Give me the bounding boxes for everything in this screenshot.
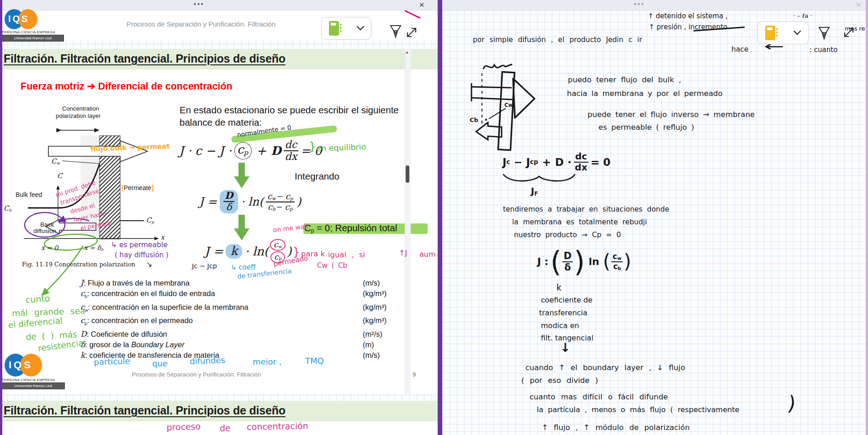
flow-bar-top — [471, 87, 512, 88]
left-block-arrow — [476, 122, 502, 140]
definition-unit: (m/s) — [363, 278, 380, 288]
notebook-switcher-button[interactable] — [757, 21, 809, 44]
left-edge-border — [0, 0, 2, 435]
scrollbar-track[interactable] — [405, 49, 411, 394]
definition-unit: (m) — [363, 340, 374, 350]
iqs-tagline: PERSONA CIÈNCIA EMPRESA — [2, 378, 55, 382]
chevron-down-icon[interactable] — [357, 26, 364, 31]
cb-pointer-line — [489, 108, 506, 119]
expand-icon[interactable] — [843, 27, 855, 38]
diagram-label-x: x — [161, 233, 164, 241]
equation-mass-balance: J · c − J · cp + D dcdx = 0 — [179, 139, 322, 162]
scrollbar-thumb[interactable] — [406, 165, 409, 183]
integrando-label: Integrando — [295, 170, 339, 182]
window-menu-dots[interactable]: ••• — [194, 0, 205, 8]
definition-row: cw: concentración en la superficie de la… — [80, 302, 441, 315]
sketch-label-cb: Cb — [470, 117, 478, 123]
slide-title-next: Filtración. Filtración tangencial. Princ… — [0, 401, 438, 417]
pen-nib-icon[interactable] — [389, 24, 402, 38]
right-titlebar: ••• ✕ — [442, 0, 866, 11]
definition-row: cp: concentración en el permeado(kg/m³) — [80, 315, 441, 329]
definition-unit: (kg/m³) — [363, 302, 386, 313]
diagram-label-c: C — [57, 172, 62, 180]
red-heading: Fuerza motriz ➔ Diferencial de concentra… — [21, 80, 233, 92]
diagram-label-diffusion: diffusion — [33, 228, 56, 234]
green-down-arrow-2 — [234, 215, 249, 240]
slide-page-number: 9 — [413, 371, 416, 378]
variable-definitions-list: J: Flujo a través de la membrana(m/s)cb:… — [80, 278, 441, 361]
definition-unit: (kg/m³) — [363, 288, 386, 299]
green-swoop-arrow — [42, 246, 83, 295]
diagram-label-x0: x = 0 — [41, 244, 58, 251]
definition-row: cb: concentración en el fluido de entrad… — [80, 288, 441, 302]
diagram-label-cp: Cp — [146, 216, 154, 224]
slide-banner: Filtración. Filtración tangencial. Princ… — [0, 49, 438, 69]
diagram-label-cpl2: polarization layer — [56, 112, 101, 119]
left-panel: ••• ✕ IQS PERSONA CIÈNCIA EMPRESA Univer… — [0, 0, 438, 435]
close-icon[interactable]: ✕ — [419, 1, 425, 9]
diagram-label-back: Back — [40, 221, 54, 228]
definition-row: D: Coeficiente de difusión(m²/s) — [80, 329, 441, 340]
close-icon[interactable]: ✕ — [856, 1, 862, 9]
figure-caption: Fig. 11.19 Concentration polarization — [22, 261, 135, 268]
iqs-university-box: Universitat Ramon Llull — [2, 35, 64, 42]
panel-divider[interactable] — [438, 0, 442, 435]
definition-unit: (kg/m³) — [363, 315, 386, 326]
scrollbar-up-arrow[interactable]: ▲ — [405, 50, 410, 55]
chevron-down-icon[interactable] — [794, 31, 801, 35]
definition-row: δ: grosor de la Boundary Layer(m) — [80, 340, 441, 350]
slide-title: Filtración. Filtración tangencial. Princ… — [0, 49, 438, 65]
equation-flux-ln: J = Dδ · ln( cw− cpcb− cp ) — [199, 190, 301, 213]
membrane-sketch — [466, 59, 576, 151]
notebook-switcher-button[interactable] — [321, 17, 371, 40]
window-menu-dots[interactable]: ••• — [634, 0, 645, 8]
equation-flux-k: J = k · ln( cw cb ) — [205, 239, 291, 263]
hand-equation-mass-balance: Jc − Jcp + D · dcdx = 0 — [503, 152, 610, 172]
definition-row: J: Flujo a través de la membrana(m/s) — [80, 278, 441, 288]
definition-unit: (m²/s) — [363, 329, 382, 340]
green-down-arrow-1 — [234, 163, 249, 188]
sketch-label-cw: Cw — [504, 102, 513, 108]
squiggle — [483, 64, 512, 69]
cb-dot — [485, 119, 487, 121]
iqs-university-box: Universitat Ramon Llull — [2, 382, 65, 389]
notebook-icon — [765, 25, 779, 41]
jf-label: JF — [531, 186, 538, 197]
left-titlebar: ••• ✕ — [0, 0, 438, 11]
big-arrowhead — [513, 79, 535, 118]
slide-banner-next: Filtración. Filtración tangencial. Princ… — [0, 401, 438, 421]
diagram-label-cb: Cb — [4, 204, 11, 212]
repulsion-text: Cp = 0; Repulsión total — [304, 223, 397, 234]
flow-bar-bottom — [471, 98, 513, 100]
diagram-label-bulk-feed: Bulk feed — [16, 191, 42, 198]
notebook-icon — [329, 21, 343, 36]
right-edge-border — [866, 0, 868, 435]
definition-unit: (m/s) — [363, 350, 380, 361]
expand-icon[interactable] — [406, 27, 418, 38]
iqs-logo-text: IQS — [9, 359, 33, 371]
diagram-label-cpl1: Concentration — [62, 105, 99, 112]
slide-footer: Procesos de Separación y Purificación. F… — [0, 371, 393, 378]
diagram-label-cw: Cw — [51, 157, 60, 165]
pen-nib-icon[interactable] — [818, 26, 831, 40]
definition-row: k: coeficiente de transferencia de mater… — [80, 350, 441, 361]
diagram-label-xdelta: x = δb — [84, 244, 103, 252]
notes-app-window: ••• ✕ IQS PERSONA CIÈNCIA EMPRESA Univer… — [0, 0, 868, 435]
hand-equation-flux: J : ( Dδ ) ln ( cwcb ) — [537, 249, 631, 275]
diagram-label-permeate: (Permeate] — [122, 184, 153, 191]
underbrace — [502, 173, 577, 185]
iqs-tagline: PERSONA CIÈNCIA EMPRESA — [2, 30, 55, 34]
